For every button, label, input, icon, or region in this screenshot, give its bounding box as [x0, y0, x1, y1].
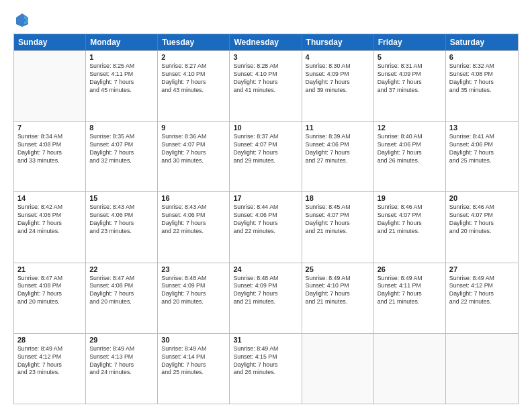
day-info: Sunrise: 8:35 AM Sunset: 4:07 PM Dayligh… [89, 133, 154, 165]
day-info: Sunrise: 8:25 AM Sunset: 4:11 PM Dayligh… [89, 62, 154, 95]
cal-row-2: 14Sunrise: 8:42 AM Sunset: 4:06 PM Dayli… [14, 191, 518, 262]
cal-cell-w4d3: 31Sunrise: 8:49 AM Sunset: 4:15 PM Dayli… [230, 334, 302, 404]
cal-row-0: 1Sunrise: 8:25 AM Sunset: 4:11 PM Daylig… [14, 50, 518, 121]
cal-cell-w4d2: 30Sunrise: 8:49 AM Sunset: 4:14 PM Dayli… [158, 334, 230, 404]
cal-cell-w2d2: 16Sunrise: 8:43 AM Sunset: 4:06 PM Dayli… [158, 192, 230, 262]
day-info: Sunrise: 8:42 AM Sunset: 4:06 PM Dayligh… [17, 203, 82, 236]
cal-cell-w2d0: 14Sunrise: 8:42 AM Sunset: 4:06 PM Dayli… [14, 192, 86, 262]
cal-cell-w0d4: 4Sunrise: 8:30 AM Sunset: 4:09 PM Daylig… [302, 51, 374, 121]
day-info: Sunrise: 8:49 AM Sunset: 4:10 PM Dayligh… [306, 275, 370, 307]
cal-cell-w2d4: 18Sunrise: 8:45 AM Sunset: 4:07 PM Dayli… [302, 192, 374, 262]
day-info: Sunrise: 8:43 AM Sunset: 4:06 PM Dayligh… [89, 203, 154, 236]
cal-cell-w0d0 [14, 51, 86, 121]
cal-cell-w1d0: 7Sunrise: 8:34 AM Sunset: 4:08 PM Daylig… [14, 122, 86, 191]
day-info: Sunrise: 8:28 AM Sunset: 4:10 PM Dayligh… [233, 62, 298, 95]
day-number: 26 [378, 265, 442, 273]
cal-cell-w3d0: 21Sunrise: 8:47 AM Sunset: 4:08 PM Dayli… [14, 263, 86, 333]
day-info: Sunrise: 8:43 AM Sunset: 4:06 PM Dayligh… [161, 203, 226, 236]
cal-header-tuesday: Tuesday [158, 34, 230, 50]
day-info: Sunrise: 8:49 AM Sunset: 4:14 PM Dayligh… [161, 345, 226, 377]
cal-header-saturday: Saturday [446, 34, 518, 50]
day-info: Sunrise: 8:44 AM Sunset: 4:06 PM Dayligh… [233, 203, 298, 236]
day-info: Sunrise: 8:37 AM Sunset: 4:07 PM Dayligh… [233, 133, 298, 165]
day-number: 10 [233, 124, 298, 132]
day-number: 22 [89, 265, 154, 273]
day-number: 20 [449, 194, 515, 202]
day-number: 19 [378, 194, 442, 202]
day-info: Sunrise: 8:27 AM Sunset: 4:10 PM Dayligh… [161, 62, 226, 95]
day-info: Sunrise: 8:36 AM Sunset: 4:07 PM Dayligh… [161, 133, 226, 165]
calendar: SundayMondayTuesdayWednesdayThursdayFrid… [13, 34, 519, 404]
cal-cell-w3d5: 26Sunrise: 8:49 AM Sunset: 4:11 PM Dayli… [374, 263, 446, 333]
day-number: 25 [306, 265, 370, 273]
day-number: 21 [17, 265, 82, 273]
day-number: 15 [89, 194, 154, 202]
cal-cell-w4d1: 29Sunrise: 8:49 AM Sunset: 4:13 PM Dayli… [86, 334, 158, 404]
day-info: Sunrise: 8:49 AM Sunset: 4:12 PM Dayligh… [17, 345, 82, 377]
day-info: Sunrise: 8:46 AM Sunset: 4:07 PM Dayligh… [449, 203, 515, 236]
cal-cell-w3d6: 27Sunrise: 8:49 AM Sunset: 4:12 PM Dayli… [446, 263, 518, 333]
day-number: 3 [233, 53, 298, 61]
cal-cell-w0d1: 1Sunrise: 8:25 AM Sunset: 4:11 PM Daylig… [86, 51, 158, 121]
cal-cell-w2d3: 17Sunrise: 8:44 AM Sunset: 4:06 PM Dayli… [230, 192, 302, 262]
cal-cell-w2d1: 15Sunrise: 8:43 AM Sunset: 4:06 PM Dayli… [86, 192, 158, 262]
cal-row-3: 21Sunrise: 8:47 AM Sunset: 4:08 PM Dayli… [14, 263, 518, 333]
cal-cell-w3d4: 25Sunrise: 8:49 AM Sunset: 4:10 PM Dayli… [302, 263, 374, 333]
day-number: 7 [17, 124, 82, 132]
day-info: Sunrise: 8:48 AM Sunset: 4:09 PM Dayligh… [233, 275, 298, 307]
day-info: Sunrise: 8:40 AM Sunset: 4:06 PM Dayligh… [378, 133, 442, 165]
cal-row-4: 28Sunrise: 8:49 AM Sunset: 4:12 PM Dayli… [14, 333, 518, 404]
day-info: Sunrise: 8:31 AM Sunset: 4:09 PM Dayligh… [378, 62, 442, 95]
cal-header-monday: Monday [86, 34, 158, 50]
day-info: Sunrise: 8:49 AM Sunset: 4:11 PM Dayligh… [378, 275, 442, 307]
day-info: Sunrise: 8:41 AM Sunset: 4:06 PM Dayligh… [449, 133, 515, 165]
day-info: Sunrise: 8:30 AM Sunset: 4:09 PM Dayligh… [306, 62, 370, 95]
day-number: 9 [161, 124, 226, 132]
day-info: Sunrise: 8:32 AM Sunset: 4:08 PM Dayligh… [449, 62, 515, 95]
cal-header-thursday: Thursday [302, 34, 374, 50]
cal-cell-w0d3: 3Sunrise: 8:28 AM Sunset: 4:10 PM Daylig… [230, 51, 302, 121]
day-info: Sunrise: 8:47 AM Sunset: 4:08 PM Dayligh… [89, 275, 154, 307]
cal-header-wednesday: Wednesday [230, 34, 302, 50]
day-number: 12 [378, 124, 442, 132]
day-info: Sunrise: 8:39 AM Sunset: 4:06 PM Dayligh… [306, 133, 370, 165]
cal-cell-w2d6: 20Sunrise: 8:46 AM Sunset: 4:07 PM Dayli… [446, 192, 518, 262]
day-number: 5 [378, 53, 442, 61]
cal-cell-w4d6 [446, 334, 518, 404]
day-number: 30 [161, 336, 226, 344]
day-number: 14 [17, 194, 82, 202]
day-info: Sunrise: 8:47 AM Sunset: 4:08 PM Dayligh… [17, 275, 82, 307]
day-number: 29 [89, 336, 154, 344]
cal-cell-w1d1: 8Sunrise: 8:35 AM Sunset: 4:07 PM Daylig… [86, 122, 158, 191]
cal-cell-w1d6: 13Sunrise: 8:41 AM Sunset: 4:06 PM Dayli… [446, 122, 518, 191]
logo-icon [15, 12, 30, 27]
cal-cell-w0d6: 6Sunrise: 8:32 AM Sunset: 4:08 PM Daylig… [446, 51, 518, 121]
cal-cell-w0d2: 2Sunrise: 8:27 AM Sunset: 4:10 PM Daylig… [158, 51, 230, 121]
calendar-body: 1Sunrise: 8:25 AM Sunset: 4:11 PM Daylig… [14, 50, 518, 404]
day-number: 31 [233, 336, 298, 344]
day-info: Sunrise: 8:34 AM Sunset: 4:08 PM Dayligh… [17, 133, 82, 165]
day-info: Sunrise: 8:45 AM Sunset: 4:07 PM Dayligh… [306, 203, 370, 236]
cal-cell-w1d4: 11Sunrise: 8:39 AM Sunset: 4:06 PM Dayli… [302, 122, 374, 191]
day-number: 4 [306, 53, 370, 61]
cal-cell-w3d3: 24Sunrise: 8:48 AM Sunset: 4:09 PM Dayli… [230, 263, 302, 333]
cal-cell-w3d1: 22Sunrise: 8:47 AM Sunset: 4:08 PM Dayli… [86, 263, 158, 333]
day-number: 28 [17, 336, 82, 344]
cal-row-1: 7Sunrise: 8:34 AM Sunset: 4:08 PM Daylig… [14, 121, 518, 191]
header [13, 12, 519, 27]
cal-header-sunday: Sunday [14, 34, 86, 50]
day-number: 11 [306, 124, 370, 132]
day-number: 13 [449, 124, 515, 132]
day-info: Sunrise: 8:49 AM Sunset: 4:13 PM Dayligh… [89, 345, 154, 377]
day-number: 23 [161, 265, 226, 273]
day-number: 2 [161, 53, 226, 61]
day-number: 27 [449, 265, 515, 273]
cal-cell-w4d4 [302, 334, 374, 404]
day-info: Sunrise: 8:46 AM Sunset: 4:07 PM Dayligh… [378, 203, 442, 236]
cal-header-friday: Friday [374, 34, 446, 50]
cal-cell-w2d5: 19Sunrise: 8:46 AM Sunset: 4:07 PM Dayli… [374, 192, 446, 262]
day-number: 17 [233, 194, 298, 202]
logo [13, 12, 30, 27]
day-number: 24 [233, 265, 298, 273]
cal-cell-w1d5: 12Sunrise: 8:40 AM Sunset: 4:06 PM Dayli… [374, 122, 446, 191]
